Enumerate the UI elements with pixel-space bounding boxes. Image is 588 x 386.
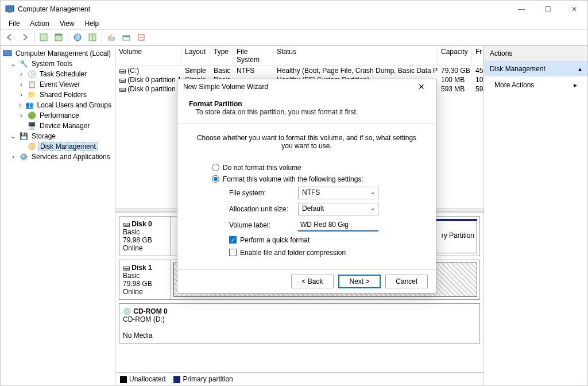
chevron-down-icon[interactable]: ⌄ [10,60,17,68]
col-type[interactable]: Type [210,46,233,65]
col-capacity[interactable]: Capacity [438,46,472,65]
wizard-header: Format Partition To store data on this p… [177,94,436,123]
col-filesystem[interactable]: File System [233,46,273,65]
nav-back-button[interactable] [3,30,17,44]
tree-event-viewer[interactable]: Event Viewer [38,80,81,88]
tree-device-manager[interactable]: Device Manager [38,122,91,130]
menu-view[interactable]: View [55,18,79,29]
svg-rect-11 [123,36,130,37]
select-file-system[interactable]: NTFS [298,187,378,199]
window-title: Computer Management [18,5,508,13]
maximize-button[interactable]: ☐ [535,1,561,18]
checkbox-icon [229,249,237,256]
cancel-button[interactable]: Cancel [385,275,428,288]
actions-more[interactable]: More Actions▸ [484,76,587,94]
menubar: File Action View Help [1,18,587,29]
wizard-title: New Simple Volume Wizard [183,83,413,91]
wizard-dialog: New Simple Volume Wizard ✕ Format Partit… [177,79,436,294]
radio-icon [212,164,219,171]
table-row[interactable]: 🖴 (C:)SimpleBasicNTFSHealthy (Boot, Page… [115,66,483,75]
checkbox-compression[interactable]: Enable file and folder compression [229,249,419,257]
svg-rect-4 [55,34,62,36]
disk-header: 🖴 Disk 0 Basic 79,98 GB Online [119,217,171,256]
svg-text:?: ? [76,33,80,41]
checkbox-quick-format[interactable]: ✓Perform a quick format [229,236,419,244]
toolbar-btn-6[interactable] [119,30,133,44]
svg-rect-0 [6,6,14,11]
event-icon: 📋 [27,80,36,89]
tree-system-tools[interactable]: System Tools [30,60,74,68]
computer-icon [3,49,12,58]
clock-icon: 🕒 [27,70,36,79]
toolbar-btn-2[interactable] [52,30,65,44]
menu-action[interactable]: Action [25,18,53,29]
triangle-right-icon: ▸ [574,81,577,89]
next-button[interactable]: Next > [338,275,381,288]
tree-disk-management[interactable]: Disk Management [38,142,98,151]
chevron-right-icon[interactable]: › [18,70,25,78]
chevron-down-icon[interactable]: ⌄ [10,132,17,140]
actions-disk-management[interactable]: Disk Management▴ [484,61,587,76]
services-icon: ⚙️ [19,152,28,161]
device-icon: 🖥️ [27,121,36,130]
disk-header: 🖴 Disk 1 Basic 79,98 GB Online [119,260,171,299]
close-button[interactable]: ✕ [561,1,587,18]
tree-local-users[interactable]: Local Users and Groups [36,101,113,109]
storage-icon: 💾 [19,132,28,141]
svg-rect-9 [109,37,114,40]
nav-tree[interactable]: Computer Management (Local) ⌄🔧System Too… [1,46,115,385]
chevron-right-icon[interactable]: › [18,101,23,109]
minimize-button[interactable]: — [508,1,535,18]
wizard-subheading: To store data on this partition, you mus… [189,108,424,116]
grid-header: Volume Layout Type File System Status Ca… [115,46,483,66]
folder-icon: 📁 [27,90,36,99]
chevron-right-icon[interactable]: › [10,153,17,161]
disk-icon: 📀 [27,142,36,151]
legend-unallocated: Unallocated [129,375,165,383]
radio-no-format[interactable]: Do not format this volume [212,164,419,172]
tools-icon: 🔧 [19,59,28,68]
legend-primary: Primary partition [183,375,233,383]
disk-row-cd[interactable]: 💿 CD-ROM 0 CD-ROM (D:) No Media [119,303,480,343]
toolbar: ? [1,29,587,45]
svg-rect-14 [3,51,11,56]
wizard-close-button[interactable]: ✕ [413,82,430,91]
col-layout[interactable]: Layout [181,46,210,65]
tree-shared-folders[interactable]: Shared Folders [38,91,88,99]
toolbar-btn-1[interactable] [37,30,51,44]
col-free[interactable]: Fr [472,46,483,65]
chevron-right-icon[interactable]: › [18,91,25,99]
radio-format[interactable]: Format this volume with the following se… [212,175,419,183]
wizard-titlebar[interactable]: New Simple Volume Wizard ✕ [177,79,436,94]
tree-services[interactable]: Services and Applications [30,153,111,161]
legend: Unallocated Primary partition [115,372,483,385]
tree-performance[interactable]: Performance [38,111,80,119]
toolbar-btn-4[interactable] [86,30,99,44]
back-button[interactable]: < Back [291,275,334,288]
tree-task-scheduler[interactable]: Task Scheduler [38,70,88,78]
input-volume-label[interactable] [298,219,378,231]
menu-file[interactable]: File [4,18,24,29]
label-allocation-unit: Allocation unit size: [229,205,298,213]
menu-help[interactable]: Help [80,18,104,29]
select-allocation-unit[interactable]: Default [298,203,378,215]
chevron-right-icon[interactable]: › [18,80,25,88]
chevron-right-icon[interactable]: › [18,111,25,119]
checkbox-icon: ✓ [229,236,237,244]
tree-storage[interactable]: Storage [30,132,57,140]
titlebar: Computer Management — ☐ ✕ [1,1,587,18]
wizard-heading: Format Partition [189,100,242,108]
toolbar-btn-7[interactable] [134,30,148,44]
app-icon [5,5,14,14]
svg-rect-2 [40,34,47,41]
help-button[interactable]: ? [71,30,84,44]
col-status[interactable]: Status [273,46,438,65]
nav-fwd-button[interactable] [18,30,32,44]
col-volume[interactable]: Volume [115,46,181,65]
label-volume-label: Volume label: [229,221,298,229]
users-icon: 👥 [25,101,34,110]
toolbar-btn-5[interactable] [105,30,118,44]
tree-root[interactable]: Computer Management (Local) [14,49,112,57]
wizard-intro: Choose whether you want to format this v… [195,134,419,150]
triangle-up-icon: ▴ [578,65,582,73]
